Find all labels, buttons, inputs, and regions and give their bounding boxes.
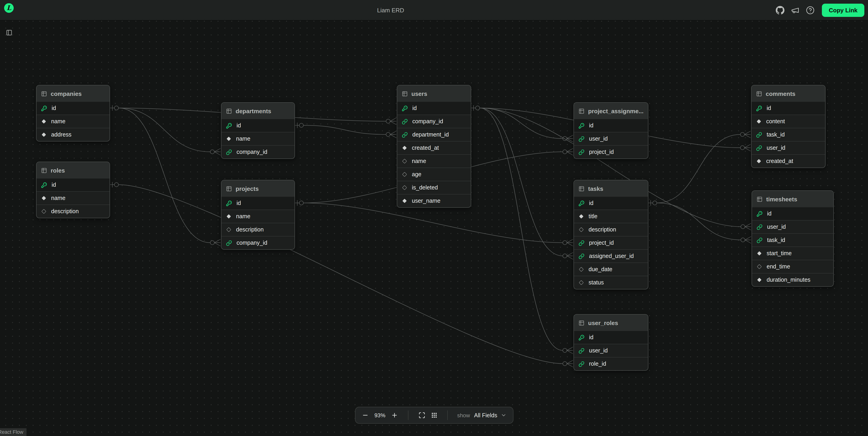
table-header[interactable]: companies — [36, 85, 110, 102]
column-row-users-id[interactable]: id — [397, 102, 471, 115]
column-row-comments-id[interactable]: id — [751, 102, 825, 115]
table-node-timesheets[interactable]: timesheetsiduser_idtask_idstart_timeend_… — [751, 190, 834, 287]
table-header[interactable]: comments — [751, 85, 825, 102]
table-node-project_assignments[interactable]: project_assignme...iduser_idproject_id — [574, 102, 648, 159]
table-icon — [579, 108, 584, 114]
column-row-projects-id[interactable]: id — [221, 197, 294, 210]
key-icon — [402, 105, 408, 111]
table-header[interactable]: project_assignme... — [574, 103, 648, 119]
column-row-timesheets-task_id[interactable]: task_id — [752, 233, 833, 247]
zoom-controls: 93% — [361, 411, 399, 419]
column-row-project_assignments-project_id[interactable]: project_id — [574, 145, 648, 158]
column-row-comments-content[interactable]: content — [751, 115, 825, 128]
column-row-tasks-title[interactable]: title — [574, 210, 648, 223]
column-name: age — [412, 171, 422, 178]
link-icon — [226, 149, 232, 155]
column-row-timesheets-user_id[interactable]: user_id — [752, 220, 833, 233]
column-row-timesheets-start_time[interactable]: start_time — [752, 247, 833, 260]
column-row-comments-task_id[interactable]: task_id — [751, 128, 825, 141]
column-row-comments-user_id[interactable]: user_id — [751, 141, 825, 154]
table-node-tasks[interactable]: tasksidtitledescriptionproject_idassigne… — [574, 180, 648, 289]
feedback-button[interactable] — [789, 4, 801, 16]
table-header[interactable]: timesheets — [752, 191, 833, 207]
show-label: show — [457, 412, 470, 418]
sidebar-toggle-button[interactable] — [3, 27, 15, 38]
column-row-users-is_deleted[interactable]: is_deleted — [397, 181, 471, 194]
column-row-project_assignments-user_id[interactable]: user_id — [574, 132, 648, 145]
column-row-tasks-status[interactable]: status — [574, 276, 648, 289]
column-row-roles-name[interactable]: name — [36, 191, 110, 205]
tidy-up-grid-icon — [431, 412, 437, 419]
app-root: companiesidnameaddressrolesidnamedescrip… — [0, 0, 868, 436]
fit-view-button[interactable] — [417, 411, 426, 419]
table-header[interactable]: departments — [221, 103, 294, 119]
column-row-tasks-assigned_user_id[interactable]: assigned_user_id — [574, 249, 648, 262]
column-row-users-user_name[interactable]: user_name — [397, 194, 471, 207]
column-row-user_roles-role_id[interactable]: role_id — [574, 357, 648, 370]
column-row-user_roles-id[interactable]: id — [574, 331, 648, 344]
link-icon — [579, 253, 584, 259]
link-icon — [402, 132, 408, 138]
column-row-comments-created_at[interactable]: created_at — [751, 154, 825, 167]
table-header[interactable]: projects — [221, 180, 294, 197]
column-name: is_deleted — [412, 184, 438, 191]
zoom-in-button[interactable] — [391, 411, 399, 419]
table-node-departments[interactable]: departmentsidnamecompany_id — [221, 102, 295, 159]
table-header[interactable]: users — [397, 85, 471, 102]
link-icon — [756, 132, 762, 138]
column-row-timesheets-duration_minutes[interactable]: duration_minutes — [752, 273, 833, 286]
table-name: departments — [236, 107, 271, 114]
column-row-departments-id[interactable]: id — [221, 119, 294, 132]
erd-canvas[interactable]: companiesidnameaddressrolesidnamedescrip… — [0, 0, 868, 436]
table-header[interactable]: user_roles — [574, 315, 648, 331]
github-button[interactable] — [774, 4, 786, 16]
table-node-comments[interactable]: commentsidcontenttask_iduser_idcreated_a… — [751, 85, 826, 168]
table-node-user_roles[interactable]: user_rolesiduser_idrole_id — [574, 314, 648, 371]
app-header: L Liam ERD Copy Link — [0, 0, 868, 21]
column-row-users-department_id[interactable]: department_id — [397, 128, 471, 141]
column-row-departments-name[interactable]: name — [221, 132, 294, 145]
column-row-users-age[interactable]: age — [397, 167, 471, 181]
column-name: user_id — [767, 224, 786, 230]
liam-logo: L — [4, 3, 14, 13]
column-row-timesheets-id[interactable]: id — [752, 207, 833, 220]
column-row-tasks-due_date[interactable]: due_date — [574, 262, 648, 276]
table-node-companies[interactable]: companiesidnameaddress — [36, 85, 110, 142]
react-flow-attribution[interactable]: React Flow — [0, 428, 27, 436]
link-icon — [756, 224, 763, 230]
zoom-out-button[interactable] — [361, 411, 369, 419]
column-row-departments-company_id[interactable]: company_id — [221, 145, 294, 158]
table-icon — [579, 320, 584, 326]
column-row-projects-description[interactable]: description — [221, 223, 294, 236]
table-node-projects[interactable]: projectsidnamedescriptioncompany_id — [221, 180, 295, 250]
column-row-tasks-project_id[interactable]: project_id — [574, 236, 648, 249]
column-row-projects-name[interactable]: name — [221, 210, 294, 223]
diamond-outline-icon — [402, 185, 407, 190]
table-node-users[interactable]: usersidcompany_iddepartment_idcreated_at… — [397, 85, 471, 208]
column-row-roles-id[interactable]: id — [36, 179, 110, 191]
table-node-roles[interactable]: rolesidnamedescription — [36, 162, 110, 218]
fields-filter-dropdown[interactable]: All Fields — [474, 412, 507, 418]
column-row-timesheets-end_time[interactable]: end_time — [752, 260, 833, 273]
column-name: task_id — [767, 237, 785, 243]
column-row-projects-company_id[interactable]: company_id — [221, 236, 294, 249]
copy-link-button[interactable]: Copy Link — [822, 3, 864, 17]
table-header[interactable]: roles — [36, 162, 110, 179]
column-row-tasks-description[interactable]: description — [574, 223, 648, 236]
column-row-project_assignments-id[interactable]: id — [574, 119, 648, 132]
diamond-outline-icon — [756, 264, 762, 269]
table-header[interactable]: tasks — [574, 180, 648, 197]
column-row-tasks-id[interactable]: id — [574, 197, 648, 210]
column-row-companies-id[interactable]: id — [36, 102, 110, 115]
column-row-users-company_id[interactable]: company_id — [397, 115, 471, 128]
column-row-companies-address[interactable]: address — [36, 128, 110, 141]
page-title: Liam ERD — [377, 0, 404, 20]
help-button[interactable] — [804, 4, 816, 16]
column-row-roles-description[interactable]: description — [36, 205, 110, 218]
column-row-users-created_at[interactable]: created_at — [397, 141, 471, 154]
column-row-user_roles-user_id[interactable]: user_id — [574, 344, 648, 357]
column-row-users-name[interactable]: name — [397, 154, 471, 167]
table-name: comments — [766, 90, 796, 97]
tidy-up-button[interactable] — [430, 411, 438, 419]
column-row-companies-name[interactable]: name — [36, 115, 110, 128]
